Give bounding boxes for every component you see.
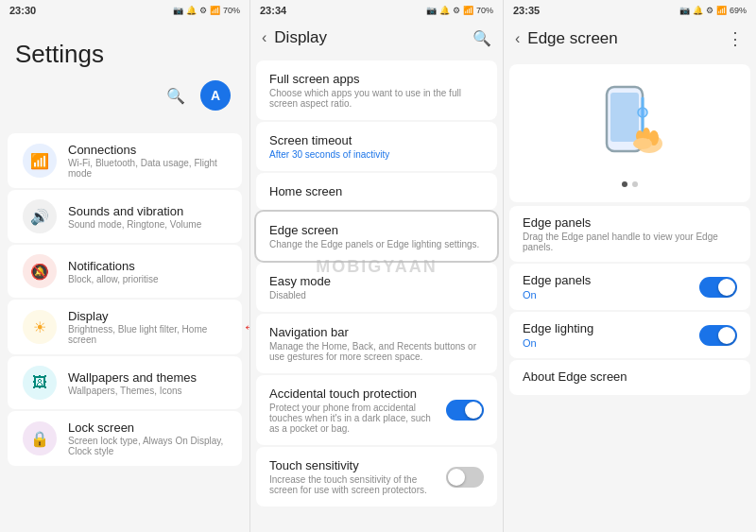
edge-illustration	[583, 79, 678, 174]
about-edge-item[interactable]: About Edge screen	[509, 360, 750, 395]
edge-panels-toggle-text: Edge panels On	[523, 273, 591, 300]
display-item-homescreen[interactable]: Home screen	[256, 173, 497, 210]
display-item-timeout[interactable]: Screen timeout After 30 seconds of inact…	[256, 122, 497, 171]
settings-item-sounds[interactable]: 🔊 Sounds and vibration Sound mode, Ringt…	[8, 190, 242, 243]
settings-title: Settings	[15, 40, 234, 69]
time-2: 23:34	[260, 5, 286, 16]
notifications-text: Notifications Block, allow, prioritise	[68, 259, 227, 284]
edge-lighting-toggle[interactable]	[699, 325, 737, 346]
accidental-title: Accidental touch protection	[269, 386, 438, 401]
edge-lighting-toggle-row: Edge lighting On	[523, 321, 737, 349]
display-text: Display Brightness, Blue light filter, H…	[68, 309, 227, 345]
gear-icon-2: ⚙	[453, 6, 460, 15]
battery-3: 69%	[730, 6, 747, 15]
sounds-icon: 🔊	[23, 199, 57, 233]
edgescreen-sub: Change the Edge panels or Edge lighting …	[269, 239, 484, 249]
display-item-touchsens[interactable]: Touch sensitivity Increase the touch sen…	[256, 447, 497, 506]
navbar-title: Navigation bar	[269, 325, 484, 339]
display-back-button[interactable]: ‹	[262, 29, 266, 46]
touchsens-toggle-knob	[448, 469, 465, 486]
display-title: Display	[68, 309, 227, 323]
settings-item-lockscreen[interactable]: 🔒 Lock screen Screen lock type, Always O…	[8, 411, 242, 466]
touchsens-toggle[interactable]	[446, 467, 484, 488]
signal-icon-3: 📶	[716, 6, 727, 15]
edge-panel-header: ‹ Edge screen ⋮	[504, 21, 756, 57]
edge-panels-desc-title: Edge panels	[523, 215, 737, 230]
settings-header: Settings 🔍 A	[0, 21, 249, 128]
settings-item-wallpapers[interactable]: 🖼 Wallpapers and themes Wallpapers, Them…	[8, 356, 242, 409]
fullscreen-title: Full screen apps	[269, 72, 484, 86]
status-icons-3: 📷 🔔 ⚙ 📶 69%	[679, 6, 747, 15]
lockscreen-icon: 🔒	[23, 421, 57, 455]
battery-1: 70%	[223, 6, 240, 15]
touchsens-title: Touch sensitivity	[269, 458, 438, 472]
fullscreen-sub: Choose which apps you want to use in the…	[269, 88, 484, 109]
status-bar-3: 23:35 📷 🔔 ⚙ 📶 69%	[504, 0, 756, 21]
edge-panels-desc-item[interactable]: Edge panels Drag the Edge panel handle t…	[509, 206, 750, 262]
edge-panels-toggle-item[interactable]: Edge panels On	[509, 264, 750, 310]
avatar[interactable]: A	[200, 80, 231, 111]
connections-title: Connections	[68, 143, 227, 157]
gear-icon-1: ⚙	[199, 6, 207, 15]
lockscreen-text: Lock screen Screen lock type, Always On …	[68, 420, 227, 456]
settings-item-connections[interactable]: 📶 Connections Wi-Fi, Bluetooth, Data usa…	[8, 133, 242, 188]
phone-svg	[583, 79, 678, 174]
lockscreen-title: Lock screen	[68, 420, 227, 435]
timeout-sub: After 30 seconds of inactivity	[269, 149, 484, 160]
settings-panel: 23:30 📷 🔔 ⚙ 📶 70% Settings 🔍 A 📶	[0, 0, 250, 532]
display-item-navbar[interactable]: Navigation bar Manage the Home, Back, an…	[256, 314, 497, 373]
battery-2: 70%	[476, 6, 493, 15]
notifications-icon: 🔕	[23, 254, 57, 288]
edge-panels-toggle-row: Edge panels On	[523, 273, 737, 300]
display-search-button[interactable]: 🔍	[472, 29, 491, 47]
navbar-sub: Manage the Home, Back, and Recents butto…	[269, 341, 484, 362]
display-sub: Brightness, Blue light filter, Home scre…	[68, 324, 227, 345]
edge-back-button[interactable]: ‹	[515, 30, 520, 47]
edge-lighting-knob	[718, 327, 735, 344]
sounds-text: Sounds and vibration Sound mode, Rington…	[68, 204, 227, 230]
status-icons-1: 📷 🔔 ⚙ 📶 70%	[173, 6, 240, 15]
touchsens-text: Touch sensitivity Increase the touch sen…	[269, 458, 446, 495]
wallpapers-sub: Wallpapers, Themes, Icons	[68, 386, 227, 396]
time-1: 23:30	[9, 5, 36, 16]
edge-lighting-toggle-item[interactable]: Edge lighting On	[509, 312, 750, 358]
wallpapers-icon: 🖼	[23, 366, 57, 400]
accidental-toggle[interactable]	[446, 400, 484, 420]
display-item-fullscreen[interactable]: Full screen apps Choose which apps you w…	[256, 60, 497, 120]
connections-icon: 📶	[23, 144, 57, 178]
settings-item-display[interactable]: ☀ Display Brightness, Blue light filter,…	[8, 300, 242, 354]
search-button[interactable]: 🔍	[161, 80, 191, 111]
display-item-edgescreen[interactable]: Edge screen Change the Edge panels or Ed…	[256, 212, 497, 261]
touchsens-sub: Increase the touch sensitivity of the sc…	[269, 474, 438, 495]
svg-point-7	[633, 138, 652, 149]
connections-sub: Wi-Fi, Bluetooth, Data usage, Flight mod…	[68, 158, 227, 179]
edgescreen-title: Edge screen	[269, 223, 484, 237]
display-item-accidental[interactable]: Accidental touch protection Protect your…	[256, 375, 497, 445]
status-icons-2: 📷 🔔 ⚙ 📶 70%	[426, 6, 493, 15]
edge-panels-knob	[718, 279, 735, 296]
overflow-menu-button[interactable]: ⋮	[727, 28, 745, 49]
accidental-row: Accidental touch protection Protect your…	[269, 386, 484, 434]
homescreen-title: Home screen	[269, 184, 484, 198]
signal-icon-1: 📶	[210, 6, 220, 15]
edge-panels-desc-sub: Drag the Edge panel handle to view your …	[523, 232, 737, 252]
wallpapers-title: Wallpapers and themes	[68, 370, 227, 385]
edge-panel-title: Edge screen	[527, 29, 719, 48]
accidental-sub: Protect your phone from accidental touch…	[269, 403, 438, 434]
sounds-title: Sounds and vibration	[68, 204, 227, 218]
bell-icon-3: 🔔	[693, 6, 703, 15]
edge-panels-on-label: On	[523, 289, 591, 300]
easymode-sub: Disabled	[269, 290, 484, 300]
sounds-sub: Sound mode, Ringtone, Volume	[68, 219, 227, 230]
svg-rect-1	[610, 93, 639, 142]
camera-icon-2: 📷	[426, 6, 437, 15]
lockscreen-sub: Screen lock type, Always On Display, Clo…	[68, 436, 227, 456]
settings-item-notifications[interactable]: 🔕 Notifications Block, allow, prioritise	[8, 245, 242, 298]
display-list: Full screen apps Choose which apps you w…	[250, 55, 503, 532]
display-item-easymode[interactable]: Easy mode Disabled	[256, 263, 497, 312]
touchsens-row: Touch sensitivity Increase the touch sen…	[269, 458, 484, 495]
status-bar-1: 23:30 📷 🔔 ⚙ 📶 70%	[0, 0, 249, 21]
display-arrow-icon: ←	[242, 317, 249, 337]
notifications-title: Notifications	[68, 259, 227, 273]
edge-panels-toggle[interactable]	[699, 277, 737, 298]
